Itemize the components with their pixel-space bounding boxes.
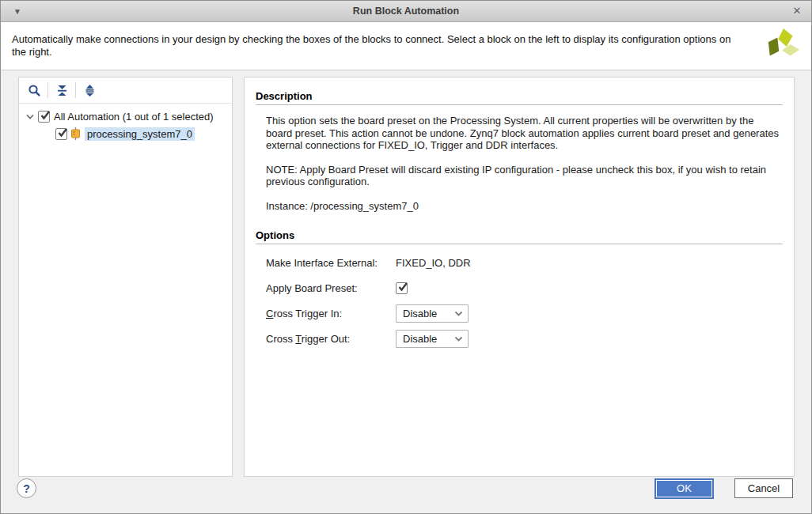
help-button[interactable]: ? xyxy=(17,478,36,498)
dialog-title: Run Block Automation xyxy=(1,6,811,17)
section-divider xyxy=(256,104,783,105)
options-section: Options Make Interface External: FIXED_I… xyxy=(245,224,794,348)
chevron-down-icon xyxy=(454,336,463,342)
make-interface-external-label: Make Interface External: xyxy=(266,257,396,269)
cross-trigger-in-select[interactable]: Disable xyxy=(396,304,469,323)
processing-system-checkbox[interactable] xyxy=(55,128,67,140)
tree-toolbar xyxy=(19,77,232,104)
section-divider xyxy=(256,244,783,244)
option-row-make-interface-external: Make Interface External: FIXED_IO, DDR xyxy=(266,254,783,272)
cancel-button[interactable]: Cancel xyxy=(734,478,793,498)
cross-trigger-out-select[interactable]: Disable xyxy=(396,330,469,348)
automation-tree: All Automation (1 out of 1 selected) xyxy=(19,104,232,142)
description-paragraph: This option sets the board preset on the… xyxy=(266,115,783,152)
option-row-apply-board-preset: Apply Board Preset: xyxy=(266,279,783,297)
all-automation-checkbox[interactable] xyxy=(38,111,50,123)
header-instructions: Automatically make connections in your d… xyxy=(12,33,748,59)
close-icon[interactable]: ✕ xyxy=(791,5,803,17)
dialog-body: All Automation (1 out of 1 selected) xyxy=(1,70,811,514)
chevron-down-icon xyxy=(454,311,463,316)
configuration-panel: Description This option sets the board p… xyxy=(244,77,795,477)
collapse-all-icon[interactable] xyxy=(54,82,70,98)
cross-trigger-out-label: Cross Trigger Out: xyxy=(266,333,396,345)
ip-block-icon xyxy=(70,127,81,140)
description-section: Description This option sets the board p… xyxy=(245,77,794,212)
window-menu-icon[interactable]: ▼ xyxy=(12,6,23,17)
expand-all-icon[interactable] xyxy=(82,82,97,98)
titlebar: ▼ Run Block Automation ✕ xyxy=(1,1,811,22)
cross-trigger-out-value: Disable xyxy=(403,333,454,345)
search-icon[interactable] xyxy=(26,82,42,98)
tree-row-processing-system[interactable]: processing_system7_0 xyxy=(19,125,232,142)
chevron-down-icon[interactable] xyxy=(25,111,36,122)
description-note: NOTE: Apply Board Preset will discard ex… xyxy=(266,164,783,188)
option-row-cross-trigger-out: Cross Trigger Out: Disable xyxy=(266,330,783,348)
cross-trigger-in-label: Cross Trigger In: xyxy=(266,308,396,319)
run-block-automation-dialog: ▼ Run Block Automation ✕ Automatically m… xyxy=(0,0,812,514)
option-row-cross-trigger-in: Cross Trigger In: Disable xyxy=(266,304,783,323)
description-instance: Instance: /processing_system7_0 xyxy=(266,200,783,213)
options-heading: Options xyxy=(256,229,783,241)
cross-trigger-in-value: Disable xyxy=(403,308,454,319)
apply-board-preset-label: Apply Board Preset: xyxy=(266,282,396,294)
automation-tree-panel: All Automation (1 out of 1 selected) xyxy=(18,77,233,477)
dialog-header: Automatically make connections in your d… xyxy=(1,22,811,70)
tree-label-all-automation[interactable]: All Automation (1 out of 1 selected) xyxy=(54,111,214,123)
tree-label-processing-system[interactable]: processing_system7_0 xyxy=(85,127,195,141)
description-heading: Description xyxy=(256,90,783,102)
toolbar-divider xyxy=(47,82,48,98)
apply-board-preset-checkbox[interactable] xyxy=(396,282,408,294)
make-interface-external-value: FIXED_IO, DDR xyxy=(396,257,471,269)
ok-button[interactable]: OK xyxy=(656,480,712,497)
tree-row-all-automation[interactable]: All Automation (1 out of 1 selected) xyxy=(19,108,232,125)
vivado-logo-icon xyxy=(765,28,802,64)
toolbar-divider xyxy=(75,82,76,98)
